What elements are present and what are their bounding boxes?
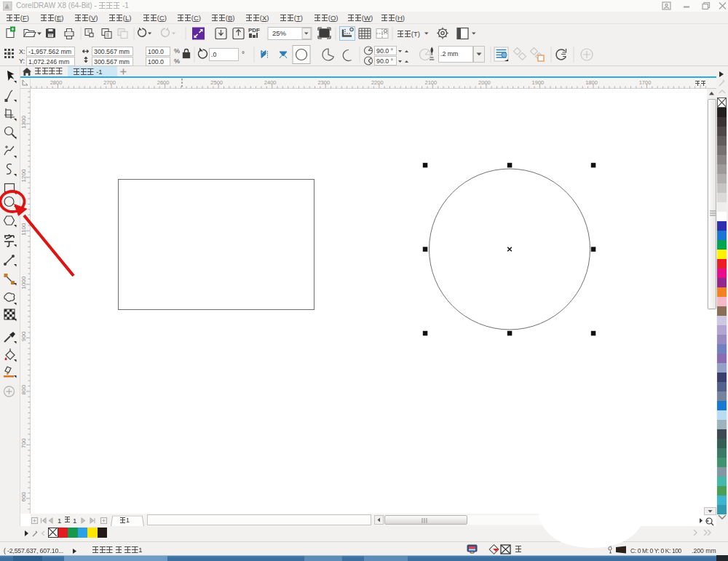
svg-text:1: 1	[73, 517, 76, 525]
svg-text:25%: 25%	[272, 29, 287, 37]
svg-text:900: 900	[20, 331, 27, 341]
svg-text:1: 1	[58, 517, 61, 525]
svg-text:600: 600	[20, 492, 27, 502]
svg-text:°: °	[242, 50, 245, 58]
svg-text:700: 700	[20, 438, 27, 448]
svg-text:1200: 1200	[20, 169, 27, 182]
svg-text:PDF: PDF	[248, 27, 260, 33]
svg-text:800: 800	[20, 385, 27, 395]
svg-text:1300: 1300	[20, 116, 27, 129]
svg-text:X:: X:	[19, 48, 25, 55]
svg-text:Y:: Y:	[19, 57, 25, 65]
